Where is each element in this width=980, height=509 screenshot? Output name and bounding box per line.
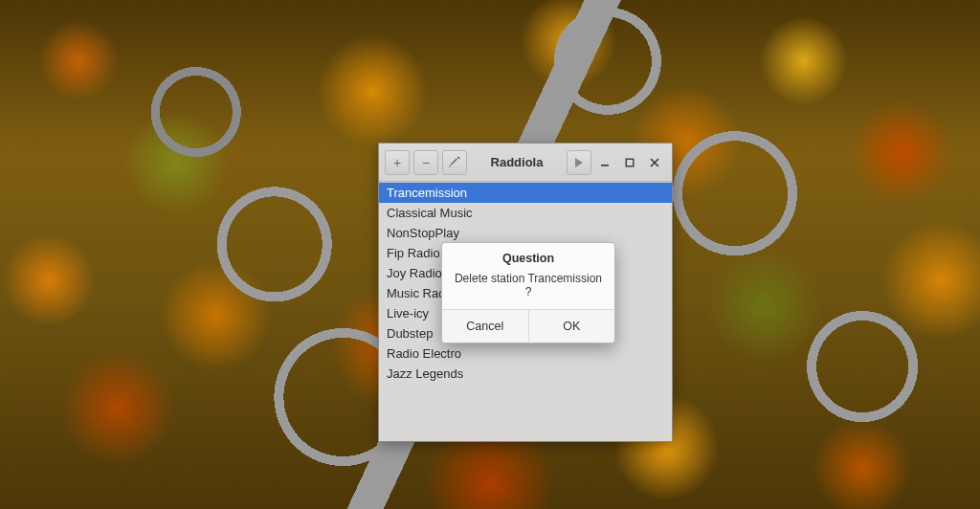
dialog-button-row: Cancel OK xyxy=(442,309,614,343)
pencil-icon xyxy=(449,155,460,170)
window-title: Raddiola xyxy=(469,155,565,169)
dialog-message: Delete station Trancemission ? xyxy=(442,272,614,309)
list-item[interactable]: Trancemission xyxy=(379,183,672,203)
plus-icon: + xyxy=(393,155,401,170)
svg-rect-1 xyxy=(601,165,609,166)
edit-station-button[interactable] xyxy=(442,150,467,175)
confirm-dialog: Question Delete station Trancemission ? … xyxy=(441,242,615,343)
minimize-button[interactable] xyxy=(593,151,616,174)
add-station-button[interactable]: + xyxy=(385,150,410,175)
remove-station-button[interactable]: − xyxy=(413,150,438,175)
cancel-button[interactable]: Cancel xyxy=(442,310,529,343)
play-button[interactable] xyxy=(567,150,591,175)
ok-button[interactable]: OK xyxy=(529,310,615,343)
svg-rect-2 xyxy=(626,159,634,166)
minus-icon: − xyxy=(422,155,430,170)
list-item[interactable]: Classical Music xyxy=(379,203,672,223)
list-item[interactable]: NonStopPlay xyxy=(379,223,672,243)
close-button[interactable] xyxy=(643,151,666,174)
list-item[interactable]: Radio Electro xyxy=(379,343,672,364)
dialog-title: Question xyxy=(442,243,614,272)
list-item[interactable]: Jazz Legends xyxy=(379,364,672,384)
play-icon xyxy=(574,155,584,170)
maximize-button[interactable] xyxy=(618,151,641,174)
svg-marker-0 xyxy=(575,158,583,167)
titlebar: + − Raddiola xyxy=(379,144,672,182)
